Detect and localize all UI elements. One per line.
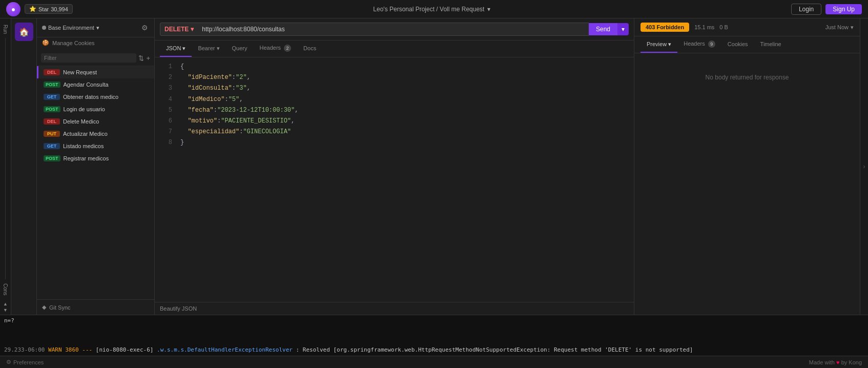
tab-json[interactable]: JSON ▾ [160,41,192,57]
cookies-icon: 🍪 [42,39,49,46]
code-line-8: 8 } [155,137,634,148]
filter-input[interactable] [41,53,136,63]
method-badge-get: GET [44,94,60,100]
top-bar: ● ⭐ Star 30,994 Leo's Personal Project /… [0,0,868,18]
console-prompt: n=? [4,317,14,324]
resp-tab-timeline-label: Timeline [760,41,781,47]
left-mini-sidebar: Run Cons ▲ ▼ [0,18,11,315]
collections-header: Base Environment ▾ ⚙ [37,18,154,37]
bottom-status-bar: ⚙ Preferences Made with ♥ by Kong [0,356,868,368]
request-name: Obtener datos medico [63,94,118,100]
main-area: Run Cons ▲ ▼ 🏠 Base Environment ▾ ⚙ 🍪 Ma… [0,18,868,315]
request-name: New Request [63,69,97,75]
code-line-7: 7 "especialidad" : "GINECOLOGIA" [155,127,634,137]
git-sync-label: Git Sync [49,304,71,311]
response-size: 0 B [719,24,728,30]
env-dropdown-icon: ▾ [96,25,99,31]
request-name: Agendar Consulta [64,81,109,88]
preferences-icon: ⚙ [6,359,11,365]
method-label: DELETE [164,26,189,33]
resp-tab-preview[interactable]: Preview ▾ [640,37,677,53]
preferences-button[interactable]: ⚙ Preferences [6,359,44,365]
tab-query[interactable]: Query [226,41,254,56]
git-sync-btn[interactable]: ◆ Git Sync [37,299,154,315]
request-list: DEL New Request POST Agendar Consulta GE… [37,66,154,299]
request-item-actualizar-medico[interactable]: PUT Actualizar Medico [37,128,154,140]
tab-bearer[interactable]: Bearer ▾ [192,41,225,57]
manage-cookies[interactable]: 🍪 Manage Cookies [37,37,154,50]
add-request-btn[interactable]: + [146,54,150,62]
method-badge-post: POST [44,81,60,88]
method-dropdown-icon: ▾ [191,26,194,33]
resp-tab-headers-badge: 9 [708,40,715,48]
gear-icon-btn[interactable]: ⚙ [140,23,149,33]
request-item-listado-medicos[interactable]: GET Listado medicos [37,140,154,152]
made-with-text: Made with ♥ by Kong [809,359,862,365]
chevron-right-icon: › [863,163,865,170]
request-item-obtener-datos[interactable]: GET Obtener datos medico [37,91,154,103]
send-button[interactable]: Send [589,23,617,35]
code-line-1: 1 { [155,62,634,72]
resp-tab-preview-label: Preview [647,41,667,47]
code-line-2: 2 "idPaciente" : "2" , [155,72,634,83]
down-arrow-icon: ▼ [3,308,8,313]
request-item-login-usuario[interactable]: POST Login de usuario [37,103,154,115]
collections-panel: Base Environment ▾ ⚙ 🍪 Manage Cookies ⇅ … [37,18,155,315]
beautify-json-btn[interactable]: Beautify JSON [155,302,634,315]
tab-docs-label: Docs [303,45,316,51]
signup-button[interactable]: Sign Up [825,4,862,14]
tab-headers[interactable]: Headers 2 [253,40,297,57]
tab-json-label: JSON [166,45,181,51]
manage-cookies-label: Manage Cookies [52,40,95,46]
home-sidebar-btn[interactable]: 🏠 [15,23,33,41]
env-selector[interactable]: Base Environment ▾ [42,25,99,31]
timestamp-selector[interactable]: Just Now ▾ [825,24,854,31]
sort-icon-btn[interactable]: ⇅ [138,54,144,62]
response-time: 15.1 ms [694,24,714,30]
tab-docs[interactable]: Docs [297,41,322,56]
request-item-new-request[interactable]: DEL New Request [37,66,154,78]
star-icon: ⭐ [29,6,36,12]
resp-tab-headers[interactable]: Headers 9 [677,36,721,53]
timestamp-dropdown-icon: ▾ [851,24,854,31]
code-line-4: 4 "idMedico" : "5" , [155,94,634,105]
request-tabs: JSON ▾ Bearer ▾ Query Headers 2 Docs [155,40,634,57]
star-button[interactable]: ⭐ Star 30,994 [25,4,73,14]
status-badge: 403 Forbidden [640,23,689,32]
request-panel: DELETE ▾ Send ▾ JSON ▾ Bearer ▾ Query He… [155,18,634,315]
filter-bar: ⇅ + [37,50,154,66]
top-bar-right: Login Sign Up [791,4,862,15]
response-panel: 403 Forbidden 15.1 ms 0 B Just Now ▾ Pre… [634,18,860,315]
request-name: Listado medicos [63,143,104,149]
right-panel-toggle[interactable]: › [860,18,868,315]
star-count: 30,994 [51,6,68,12]
app-logo: ● [6,2,20,16]
tab-headers-badge: 2 [284,45,291,52]
no-body-text: No body returned for response [706,74,789,81]
icon-sidebar: 🏠 [11,18,37,315]
request-item-delete-medico[interactable]: DEL Delete Medico [37,115,154,128]
env-label: Base Environment [48,25,94,31]
request-item-agendar-consulta[interactable]: POST Agendar Consulta [37,78,154,91]
response-status-bar: 403 Forbidden 15.1 ms 0 B Just Now ▾ [634,18,860,36]
url-input[interactable] [198,23,589,36]
console-input-line: n=? [4,317,864,324]
tab-bearer-dropdown: ▾ [217,45,220,51]
login-button[interactable]: Login [791,4,821,15]
timestamp-label: Just Now [825,24,849,30]
project-label: Leo's Personal Project / Voll me Request [373,6,484,13]
request-name: Login de usuario [64,106,105,112]
dropdown-icon: ▾ [487,6,490,13]
response-body: No body returned for response [634,53,860,315]
method-selector[interactable]: DELETE ▾ [160,23,198,36]
resp-tab-cookies[interactable]: Cookies [721,37,754,52]
method-badge-put: PUT [44,131,60,137]
request-name: Actualizar Medico [63,131,108,137]
resp-tab-timeline[interactable]: Timeline [754,37,788,52]
send-dropdown-button[interactable]: ▾ [617,23,629,35]
run-label: Run [3,25,8,34]
heart-icon: ♥ [836,359,840,365]
json-editor: 1 { 2 "idPaciente" : "2" , 3 "idConsulta… [155,57,634,302]
request-url-bar: DELETE ▾ Send ▾ [155,18,634,40]
request-item-registrar-medicos[interactable]: POST Registrar medicos [37,152,154,165]
